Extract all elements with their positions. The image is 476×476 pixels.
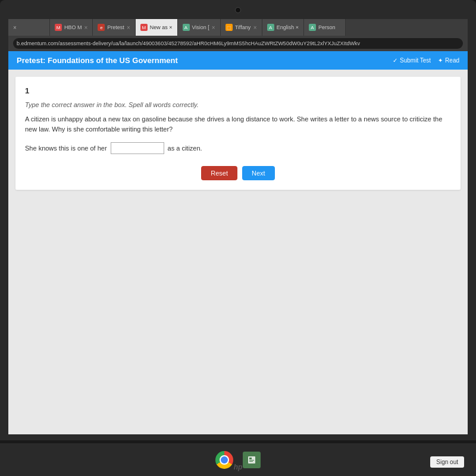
tab-tiffany[interactable]: □ Tiffany × [221,19,262,36]
read-icon: ✦ [438,57,443,64]
submit-label: Submit Test [400,57,431,64]
webcam [235,7,241,13]
tab-hbo[interactable]: M HBO M × [50,19,93,36]
assessment-header: Pretest: Foundations of the US Governmen… [8,51,468,70]
chrome-icon[interactable] [215,451,233,469]
svg-rect-3 [249,461,253,462]
tab-bar: × M HBO M × e Pretest × M New as × A Vis… [8,19,468,36]
answer-row: She knows this is one of her as a citize… [25,142,451,154]
question-area: 1 Type the correct answer in the box. Sp… [15,77,461,190]
files-icon[interactable] [243,452,261,468]
sign-out-label: Sign out [436,459,458,465]
tab-vision[interactable]: A Vision [ × [178,19,221,36]
screen: × M HBO M × e Pretest × M New as × A Vis… [8,19,468,434]
laptop-bezel: × M HBO M × e Pretest × M New as × A Vis… [0,0,476,440]
reset-button[interactable]: Reset [201,166,237,180]
button-row: Reset Next [25,166,451,180]
submit-test-button[interactable]: ✓ Submit Test [393,57,431,64]
tab-pretest[interactable]: e Pretest × [93,19,135,36]
assessment-title: Pretest: Foundations of the US Governmen… [17,56,178,65]
question-text: A citizen is unhappy about a new tax on … [25,114,451,134]
address-bar [8,36,468,51]
answer-prefix: She knows this is one of her [25,145,107,152]
address-input[interactable] [13,38,463,49]
read-button[interactable]: ✦ Read [438,57,459,64]
tab-new-as[interactable]: M New as × [136,19,178,36]
svg-rect-1 [249,458,252,459]
question-instruction: Type the correct answer in the box. Spel… [25,101,451,108]
question-number: 1 [25,86,451,95]
next-button[interactable]: Next [242,166,275,180]
answer-input[interactable] [111,142,164,154]
page-content: Pretest: Foundations of the US Governmen… [8,51,468,197]
sign-out-area[interactable]: Sign out [430,456,464,468]
svg-rect-2 [249,460,254,461]
tab-person[interactable]: A Person [304,19,346,36]
submit-icon: ✓ [393,57,397,64]
header-actions: ✓ Submit Test ✦ Read [393,57,459,64]
answer-suffix: as a citizen. [168,145,202,152]
tab-english[interactable]: A English × [262,19,304,36]
read-label: Read [445,57,459,64]
tab-close-btn[interactable]: × [8,19,50,36]
hp-logo: hp [234,463,243,471]
